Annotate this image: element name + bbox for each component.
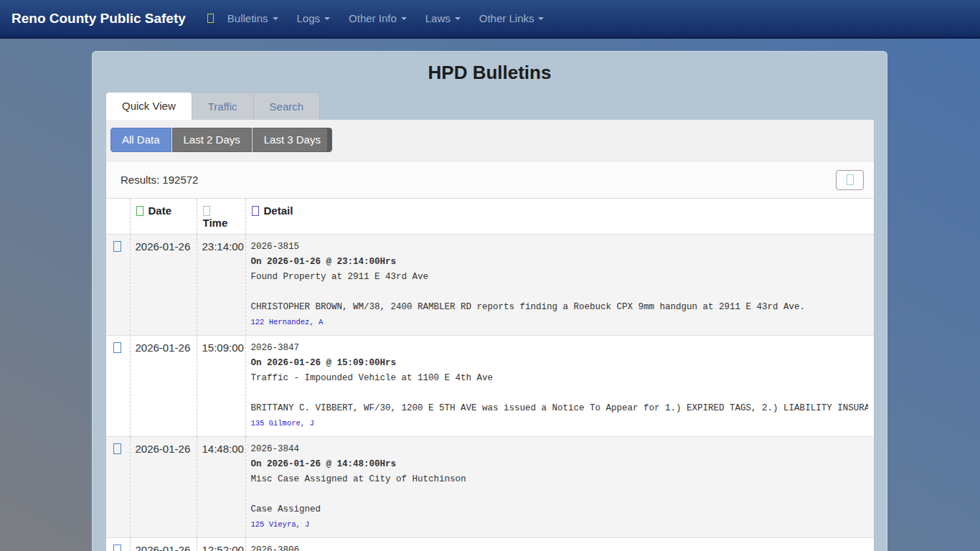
refresh-button[interactable] xyxy=(836,170,864,190)
spacer xyxy=(251,487,869,502)
officer-link[interactable]: 135 Gilmore, J xyxy=(251,418,869,430)
nav-item-label: Bulletins xyxy=(227,12,268,24)
header-time-label: Time xyxy=(203,217,228,229)
case-number: 2026-3847 xyxy=(251,341,869,356)
chevron-down-icon xyxy=(273,17,278,20)
incident-summary: Misc Case Assigned at City of Hutchinson xyxy=(251,472,869,487)
results-bar: Results: 192572 xyxy=(106,161,874,199)
header-detail-label: Detail xyxy=(264,204,293,217)
row-detail: 2026-3844 On 2026-01-26 @ 14:48:00Hrs Mi… xyxy=(245,437,874,538)
row-select-cell xyxy=(106,437,130,538)
header-time[interactable]: Time xyxy=(197,199,245,235)
nav-item-label: Logs xyxy=(297,12,321,24)
tab-content: All Data Last 2 Days Last 3 Days Results… xyxy=(106,120,874,551)
filter-last-2-days-button[interactable]: Last 2 Days xyxy=(172,128,252,152)
nav-item-label: Other Links xyxy=(479,12,534,24)
incident-datetime-line: On 2026-01-26 @ 23:14:00Hrs xyxy=(251,255,869,270)
incident-summary: Traffic - Impounded Vehicle at 1100 E 4t… xyxy=(251,371,869,386)
incident-datetime-line: On 2026-01-26 @ 14:48:00Hrs xyxy=(251,457,869,472)
row-time: 12:52:00 xyxy=(197,538,245,551)
officer-link[interactable]: 125 Vieyra, J xyxy=(251,519,869,531)
incident-narrative: BRITTANY C. VIBBERT, WF/30, 1200 E 5TH A… xyxy=(251,401,869,416)
spacer xyxy=(251,285,869,300)
case-number: 2026-3806 xyxy=(251,543,869,551)
table-row: 2026-01-26 23:14:00 2026-3815 On 2026-01… xyxy=(106,235,874,336)
spacer xyxy=(251,386,869,401)
results-count: Results: 192572 xyxy=(121,174,198,186)
row-time: 15:09:00 xyxy=(197,336,245,437)
nav-item-label: Other Info xyxy=(349,12,397,24)
row-select-cell xyxy=(106,538,130,551)
row-detail: 2026-3806 On 2026-01-26 @ 12:52:00Hrs xyxy=(245,538,874,551)
checkbox-icon[interactable] xyxy=(113,443,121,454)
incident-summary: Found Property at 2911 E 43rd Ave xyxy=(251,270,869,285)
table-row: 2026-01-26 12:52:00 2026-3806 On 2026-01… xyxy=(106,538,874,551)
checkbox-icon[interactable] xyxy=(113,342,121,353)
row-select-cell xyxy=(106,336,130,437)
row-detail: 2026-3847 On 2026-01-26 @ 15:09:00Hrs Tr… xyxy=(245,336,874,437)
row-select-cell xyxy=(106,235,130,336)
row-detail: 2026-3815 On 2026-01-26 @ 23:14:00Hrs Fo… xyxy=(245,235,874,336)
bulletins-table: Date Time Detail 2026-01-26 23:14:00 202… xyxy=(106,199,874,551)
header-select-column xyxy=(106,199,130,235)
bulletins-card: HPD Bulletins Quick View Traffic Search … xyxy=(92,51,887,551)
nav-item-label: Laws xyxy=(425,12,451,24)
refresh-icon xyxy=(847,174,854,185)
row-date: 2026-01-26 xyxy=(130,235,197,336)
tab-quick-view[interactable]: Quick View xyxy=(106,93,192,120)
chevron-down-icon xyxy=(324,17,330,20)
tab-search[interactable]: Search xyxy=(254,93,321,120)
header-date-label: Date xyxy=(149,204,172,217)
filter-row: All Data Last 2 Days Last 3 Days xyxy=(106,120,874,161)
filter-last-3-days-button[interactable]: Last 3 Days xyxy=(253,128,332,152)
nav-item-other-info[interactable]: Other Info xyxy=(349,12,407,24)
nav-menu: Bulletins Logs Other Info Laws Other Lin… xyxy=(207,12,563,24)
bulletins-table-wrap: Date Time Detail 2026-01-26 23:14:00 202… xyxy=(106,199,874,551)
detail-sort-icon xyxy=(252,206,259,216)
nav-item-laws[interactable]: Laws xyxy=(425,12,461,24)
chevron-down-icon xyxy=(455,17,461,20)
row-date: 2026-01-26 xyxy=(130,538,197,551)
date-sort-icon xyxy=(136,206,143,216)
nav-item-other-links[interactable]: Other Links xyxy=(479,12,545,24)
chevron-down-icon xyxy=(401,17,407,20)
case-number: 2026-3844 xyxy=(251,442,869,457)
table-header-row: Date Time Detail xyxy=(106,199,874,235)
table-row: 2026-01-26 14:48:00 2026-3844 On 2026-01… xyxy=(106,437,874,538)
incident-datetime-line: On 2026-01-26 @ 15:09:00Hrs xyxy=(251,356,869,371)
tab-traffic[interactable]: Traffic xyxy=(192,93,254,120)
home-icon[interactable] xyxy=(207,14,214,23)
incident-narrative: Case Assigned xyxy=(251,502,869,517)
time-sort-icon xyxy=(203,206,210,216)
tab-bar: Quick View Traffic Search xyxy=(93,93,887,120)
chevron-down-icon xyxy=(538,17,544,20)
checkbox-icon[interactable] xyxy=(113,241,121,252)
incident-narrative: CHRISTOPHER BROWN, WM/38, 2400 RAMBLER R… xyxy=(251,300,869,315)
checkbox-icon[interactable] xyxy=(113,545,121,551)
officer-link[interactable]: 122 Hernandez, A xyxy=(251,316,869,329)
filter-button-group: All Data Last 2 Days Last 3 Days xyxy=(110,128,332,152)
page-title: HPD Bulletins xyxy=(93,62,887,84)
case-number: 2026-3815 xyxy=(251,240,869,255)
brand-title: Reno County Public Safety xyxy=(11,11,186,27)
row-time: 23:14:00 xyxy=(197,235,245,336)
header-date[interactable]: Date xyxy=(130,199,197,235)
row-time: 14:48:00 xyxy=(197,437,245,538)
header-detail[interactable]: Detail xyxy=(245,199,874,235)
row-date: 2026-01-26 xyxy=(130,437,197,538)
filter-all-data-button[interactable]: All Data xyxy=(110,128,171,152)
row-date: 2026-01-26 xyxy=(130,336,197,437)
top-navbar: Reno County Public Safety Bulletins Logs… xyxy=(0,0,980,39)
nav-item-bulletins[interactable]: Bulletins xyxy=(227,12,278,24)
nav-item-logs[interactable]: Logs xyxy=(297,12,331,24)
table-row: 2026-01-26 15:09:00 2026-3847 On 2026-01… xyxy=(106,336,874,437)
